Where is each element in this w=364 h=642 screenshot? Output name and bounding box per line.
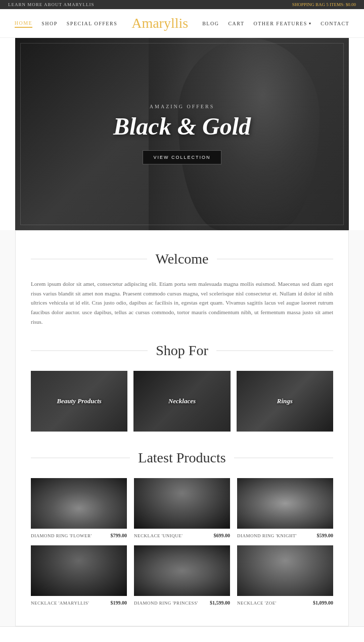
cart-items: 5 ITEMS: xyxy=(326,2,344,7)
product-img-bg-1 xyxy=(31,478,127,529)
nav-item-home[interactable]: HOME xyxy=(15,19,32,28)
latest-products-heading: Latest Products xyxy=(130,450,234,466)
cart-price: $0.00 xyxy=(346,2,356,7)
product-info-4: NECKLACE 'AMARYLLIS' $199.00 xyxy=(31,600,127,606)
shop-card-beauty[interactable]: Beauty Products xyxy=(31,371,127,432)
product-name-5: DIAMOND RING 'PRINCESS' xyxy=(134,601,198,606)
product-card-5[interactable]: DIAMOND RING 'PRINCESS' $1,599.00 xyxy=(134,545,230,606)
product-name-6: NECKLACE 'ZOE' xyxy=(237,601,277,606)
product-image-4 xyxy=(31,545,127,596)
shop-category-grid: Beauty Products Necklaces Rings xyxy=(31,371,333,432)
product-card-2[interactable]: NECKLACE 'UNIQUE' $699.00 xyxy=(134,478,230,538)
top-bar-left-text: LEARN MORE ABOUT AMARYLLIS xyxy=(8,2,95,7)
product-image-6 xyxy=(237,545,333,596)
product-price-1: $799.00 xyxy=(111,533,127,538)
product-img-bg-2 xyxy=(134,478,230,529)
product-info-1: DIAMOND RING 'FLOWER' $799.00 xyxy=(31,533,127,538)
product-img-bg-5 xyxy=(134,545,230,596)
product-info-6: NECKLACE 'ZOE' $1,099.00 xyxy=(237,600,333,606)
welcome-heading: Welcome xyxy=(147,251,216,267)
product-img-bg-4 xyxy=(31,545,127,596)
top-bar-right-text: SHOPPING BAG 5 ITEMS: $0.00 xyxy=(292,2,356,7)
top-bar: LEARN MORE ABOUT AMARYLLIS SHOPPING BAG … xyxy=(0,0,364,9)
product-image-3 xyxy=(237,478,333,529)
product-name-1: DIAMOND RING 'FLOWER' xyxy=(31,533,92,538)
shop-card-label-necklaces: Necklaces xyxy=(133,371,230,432)
hero-title: Black & Gold xyxy=(113,113,251,140)
inner-content-box: Welcome Lorem ipsum dolor sit amet, cons… xyxy=(15,230,349,626)
product-price-6: $1,099.00 xyxy=(313,600,333,606)
product-price-5: $1,599.00 xyxy=(210,600,230,606)
product-price-3: $599.00 xyxy=(317,533,334,538)
product-card-1[interactable]: DIAMOND RING 'FLOWER' $799.00 xyxy=(31,478,127,538)
footer-widgets: Text widget In the 20th century, if he c… xyxy=(0,626,364,642)
brand-logo[interactable]: Amaryllis xyxy=(131,15,188,31)
nav-item-contact[interactable]: CONTACT xyxy=(321,20,349,27)
nav-item-blog[interactable]: BLOG xyxy=(202,20,219,27)
welcome-text: Lorem ipsum dolor sit amet, consectetur … xyxy=(31,279,333,326)
shop-for-heading: Shop For xyxy=(148,343,216,359)
shop-card-label-beauty: Beauty Products xyxy=(31,371,127,432)
product-card-4[interactable]: NECKLACE 'AMARYLLIS' $199.00 xyxy=(31,545,127,606)
welcome-section-header: Welcome xyxy=(31,251,333,267)
product-info-3: DIAMOND RING 'KNIGHT' $599.00 xyxy=(237,533,333,538)
dropdown-arrow-icon: ▾ xyxy=(309,21,312,26)
shop-for-section-header: Shop For xyxy=(31,343,333,359)
product-info-5: DIAMOND RING 'PRINCESS' $1,599.00 xyxy=(134,600,230,606)
nav-item-special-offers[interactable]: SPECIAL OFFERS xyxy=(67,20,117,27)
nav-item-other-features[interactable]: OTHER FEATURES ▾ xyxy=(254,20,312,27)
content-area: Welcome Lorem ipsum dolor sit amet, cons… xyxy=(0,230,364,626)
product-price-2: $699.00 xyxy=(214,533,231,538)
product-card-3[interactable]: DIAMOND RING 'KNIGHT' $599.00 xyxy=(237,478,333,538)
product-image-5 xyxy=(134,545,230,596)
product-grid: DIAMOND RING 'FLOWER' $799.00 NECKLACE '… xyxy=(31,478,333,606)
product-name-4: NECKLACE 'AMARYLLIS' xyxy=(31,601,89,606)
product-img-bg-6 xyxy=(237,545,333,596)
product-image-2 xyxy=(134,478,230,529)
hero-section: AMAZING OFFERS Black & Gold VIEW COLLECT… xyxy=(15,38,349,230)
product-img-bg-3 xyxy=(237,478,333,529)
product-card-6[interactable]: NECKLACE 'ZOE' $1,099.00 xyxy=(237,545,333,606)
product-image-1 xyxy=(31,478,127,529)
hero-content: AMAZING OFFERS Black & Gold VIEW COLLECT… xyxy=(113,104,251,164)
navigation: HOME SHOP SPECIAL OFFERS Amaryllis BLOG … xyxy=(0,9,364,38)
shop-card-necklaces[interactable]: Necklaces xyxy=(133,371,230,432)
product-price-4: $199.00 xyxy=(111,600,127,606)
nav-item-cart[interactable]: CART xyxy=(228,20,244,27)
product-info-2: NECKLACE 'UNIQUE' $699.00 xyxy=(134,533,230,538)
hero-cta-button[interactable]: VIEW COLLECTION xyxy=(143,150,221,164)
product-name-2: NECKLACE 'UNIQUE' xyxy=(134,533,183,538)
hero-subtitle: AMAZING OFFERS xyxy=(113,104,251,109)
latest-products-section-header: Latest Products xyxy=(31,450,333,466)
shop-card-rings[interactable]: Rings xyxy=(237,371,333,432)
product-name-3: DIAMOND RING 'KNIGHT' xyxy=(237,533,297,538)
nav-item-shop[interactable]: SHOP xyxy=(41,20,58,27)
cart-label: SHOPPING BAG xyxy=(292,2,325,7)
shop-card-label-rings: Rings xyxy=(237,371,333,432)
